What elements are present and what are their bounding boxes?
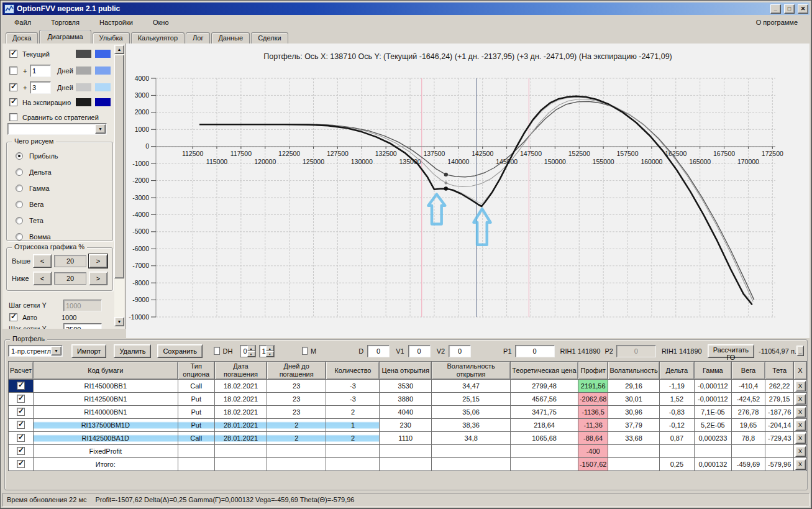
below-decrease-button[interactable]: < xyxy=(33,272,52,285)
table-row[interactable]: FixedProfit-400X xyxy=(9,445,807,458)
calc-cell[interactable] xyxy=(9,380,34,393)
d-input[interactable] xyxy=(367,345,390,357)
row-calc-checkbox[interactable] xyxy=(17,460,25,468)
scrollbar-thumb[interactable] xyxy=(114,55,124,278)
draw-option-2[interactable]: Гамма xyxy=(16,185,112,192)
column-header-6[interactable]: Цена открытия xyxy=(380,362,432,380)
table-row[interactable]: RI145000BB1Call18.02.202123-3353034,4727… xyxy=(9,380,807,393)
row-delete-button[interactable]: X xyxy=(795,446,806,457)
draw-option-5[interactable]: Вомма xyxy=(16,233,112,241)
row-calc-checkbox[interactable] xyxy=(17,408,25,416)
tab-2[interactable]: Улыбка xyxy=(93,32,130,44)
menu-item-1[interactable]: Торговля xyxy=(45,17,85,28)
column-header-5[interactable]: Количество xyxy=(326,362,380,380)
radio-icon[interactable] xyxy=(16,185,23,192)
row-delete-button[interactable]: X xyxy=(795,459,806,470)
delete-button[interactable]: Удалить xyxy=(114,344,151,358)
calc-cell[interactable] xyxy=(9,393,34,406)
row-delete-button[interactable]: X xyxy=(795,381,806,392)
calc-cell[interactable] xyxy=(9,419,34,432)
draw-option-4[interactable]: Тета xyxy=(16,217,112,224)
menu-about[interactable]: О программе xyxy=(750,17,803,28)
draw-option-3[interactable]: Вега xyxy=(16,201,112,208)
table-row[interactable]: RI140000BN1Put18.02.2021232404035,063471… xyxy=(9,406,807,419)
table-row[interactable]: Итого:-1507,620,250,000132-459,69-579,96… xyxy=(9,458,807,471)
menu-item-2[interactable]: Настройки xyxy=(94,17,139,28)
import-button[interactable]: Импорт xyxy=(71,344,106,358)
column-header-8[interactable]: Теоретическая цена xyxy=(511,362,578,380)
row-delete-button[interactable]: X xyxy=(795,394,806,405)
column-header-9[interactable]: Профит xyxy=(578,362,608,380)
grid-auto-checkbox[interactable] xyxy=(9,313,17,321)
layer-plus1-checkbox[interactable] xyxy=(9,66,17,75)
chevron-down-icon[interactable]: ▼ xyxy=(95,124,106,134)
scroll-up-icon[interactable]: ▲ xyxy=(114,45,124,54)
draw-option-1[interactable]: Дельта xyxy=(16,168,112,176)
calc-cell[interactable] xyxy=(9,432,34,445)
above-decrease-button[interactable]: < xyxy=(33,254,52,268)
m-checkbox[interactable] xyxy=(302,347,308,355)
spin-down-icon[interactable]: ▼ xyxy=(247,351,255,357)
compare-strategy-checkbox[interactable] xyxy=(9,113,17,121)
spin-up-icon[interactable]: ▲ xyxy=(247,346,255,351)
menu-item-0[interactable]: Файл xyxy=(9,17,37,28)
column-header-10[interactable]: Волатильность xyxy=(608,362,659,380)
strategy-select[interactable]: ▼ xyxy=(7,123,107,135)
row-calc-checkbox[interactable] xyxy=(17,434,25,442)
row-calc-checkbox[interactable] xyxy=(17,395,25,403)
tab-4[interactable]: Лог xyxy=(186,32,210,44)
column-header-3[interactable]: Дата погашения xyxy=(215,362,267,380)
row-delete-button[interactable]: X xyxy=(795,420,806,431)
sidebar-scrollbar[interactable]: ▲ ▼ xyxy=(114,45,124,326)
column-header-2[interactable]: Тип опциона xyxy=(178,362,214,380)
draw-option-0[interactable]: Прибыль xyxy=(16,152,112,160)
calc-cell[interactable] xyxy=(9,458,34,471)
tab-6[interactable]: Сделки xyxy=(251,32,288,44)
column-header-15[interactable]: X xyxy=(794,362,807,380)
column-header-13[interactable]: Вега xyxy=(731,362,765,380)
layer-expiry-checkbox[interactable] xyxy=(9,98,17,106)
layer-current-checkbox[interactable] xyxy=(9,50,17,58)
days1-input[interactable] xyxy=(30,65,51,77)
radio-icon[interactable] xyxy=(16,217,23,224)
save-button[interactable]: Сохранить xyxy=(157,344,203,358)
spin-up-icon[interactable]: ▲ xyxy=(266,346,274,351)
row-delete-button[interactable]: X xyxy=(795,407,806,418)
tab-1[interactable]: Диаграмма xyxy=(39,30,91,44)
calc-cell[interactable] xyxy=(9,406,34,419)
table-row[interactable]: RI137500BM1DPut28.01.20212123038,36218,6… xyxy=(9,419,807,432)
dh-checkbox[interactable] xyxy=(214,347,219,355)
tab-5[interactable]: Данные xyxy=(211,32,250,44)
portfolio-select[interactable]: 1-пр.стренгл ▼ xyxy=(8,345,63,357)
scroll-down-icon[interactable]: ▼ xyxy=(114,317,124,326)
collapse-button[interactable]: _ xyxy=(796,346,804,356)
column-header-11[interactable]: Дельта xyxy=(659,362,694,380)
tab-0[interactable]: Доска xyxy=(6,32,38,44)
column-header-4[interactable]: Дней до погашения xyxy=(267,362,326,380)
chevron-down-icon[interactable]: ▼ xyxy=(51,346,62,355)
tab-3[interactable]: Калькулятор xyxy=(131,32,185,44)
above-increase-button[interactable]: > xyxy=(89,254,107,268)
v2-input[interactable] xyxy=(449,345,471,357)
table-row[interactable]: RI142500BN1Put18.02.202123-3388025,15456… xyxy=(9,393,807,406)
calc-cell[interactable] xyxy=(9,445,34,458)
spin-down-icon[interactable]: ▼ xyxy=(266,351,274,357)
minimize-button[interactable]: _ xyxy=(770,4,781,14)
v1-input[interactable] xyxy=(408,345,431,357)
layer-plus3-checkbox[interactable] xyxy=(9,83,17,91)
calc-margin-button[interactable]: Рассчитать ГО xyxy=(708,344,754,358)
radio-icon[interactable] xyxy=(16,168,23,176)
row-delete-button[interactable]: X xyxy=(795,433,806,444)
table-row[interactable]: RI142500BA1DCall28.01.202122111034,81065… xyxy=(9,432,807,445)
maximize-button[interactable]: □ xyxy=(784,4,795,14)
column-header-12[interactable]: Гамма xyxy=(695,362,732,380)
column-header-1[interactable]: Код бумаги xyxy=(34,362,178,380)
row-calc-checkbox[interactable] xyxy=(17,382,25,390)
radio-icon[interactable] xyxy=(16,201,23,208)
column-header-14[interactable]: Тета xyxy=(765,362,794,380)
menu-item-3[interactable]: Окно xyxy=(147,17,175,28)
row-calc-checkbox[interactable] xyxy=(17,447,25,455)
row-calc-checkbox[interactable] xyxy=(17,421,25,429)
below-increase-button[interactable]: > xyxy=(89,272,107,285)
radio-icon[interactable] xyxy=(16,233,23,241)
